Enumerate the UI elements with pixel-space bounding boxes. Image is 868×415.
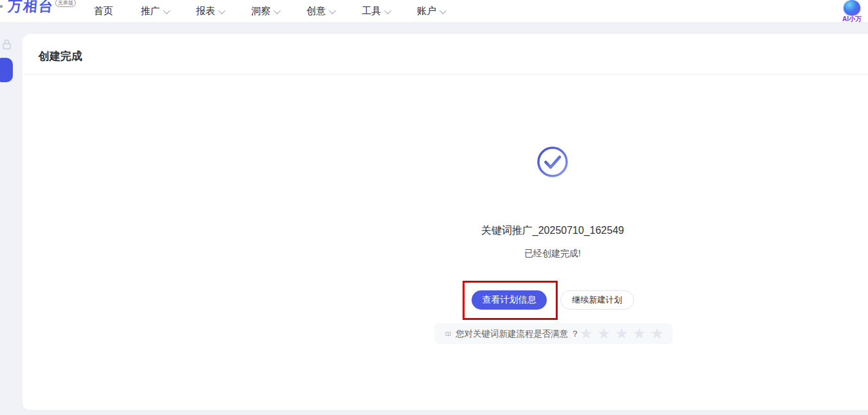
star-icon[interactable]: ★ [633,326,646,341]
nav-item-label: 账户 [417,5,436,17]
sidebar-active-tab[interactable] [0,58,13,82]
ai-assistant-label: AI小万 [839,15,865,22]
success-check-icon [536,145,569,179]
nav-item-promotion[interactable]: 推广 [141,5,168,17]
lock-icon [2,39,12,50]
nav-item-tools[interactable]: 工具 [362,5,389,17]
feedback-question: 您对关键词新建流程是否满意 ？ [456,328,580,340]
chevron-down-icon [163,6,170,13]
nav-item-creative[interactable]: 创意 [306,5,334,17]
logo-text: 万相台 [7,0,55,15]
nav-item-label: 首页 [94,5,113,17]
chevron-down-icon [439,6,447,13]
star-icon[interactable]: ★ [615,326,628,341]
nav-item-label: 创意 [306,5,326,17]
nav-item-home[interactable]: 首页 [94,5,113,17]
divider [22,74,868,75]
top-navigation-bar: 万相台 无界版 首页 推广 报表 洞察 创意 工具 账户 [0,0,868,23]
nav-item-reports[interactable]: 报表 [196,5,224,17]
cropped-edge-mark [0,5,3,8]
page-title: 创建完成 [39,49,82,64]
nav-item-insights[interactable]: 洞察 [251,5,279,17]
status-message: 已经创建完成! [392,248,713,260]
plan-name: 关键词推广_20250710_162549 [392,224,713,238]
chevron-down-icon [329,6,336,13]
star-rating: ★ ★ ★ ★ ★ [580,326,664,341]
logo-edition-badge: 无界版 [55,0,76,7]
brand-logo[interactable]: 万相台 无界版 [8,0,76,15]
chevron-down-icon [218,6,226,13]
satisfaction-feedback-bar: 您对关键词新建流程是否满意 ？ ★ ★ ★ ★ ★ [434,323,673,344]
chevron-down-icon [384,6,391,13]
chevron-down-icon [274,6,281,13]
nav-item-label: 报表 [196,5,215,17]
main-nav: 首页 推广 报表 洞察 创意 工具 账户 [94,0,445,22]
nav-item-account[interactable]: 账户 [417,5,445,17]
star-icon[interactable]: ★ [580,326,593,341]
ai-assistant-icon [844,0,860,15]
creation-complete-panel [22,34,868,410]
star-icon[interactable]: ★ [598,326,611,341]
feedback-book-icon [445,330,451,339]
view-plan-info-button[interactable]: 查看计划信息 [472,290,547,310]
nav-item-label: 工具 [362,5,381,17]
star-icon[interactable]: ★ [650,326,664,341]
nav-item-label: 推广 [141,5,160,17]
nav-item-label: 洞察 [251,5,270,17]
continue-create-plan-button[interactable]: 继续新建计划 [560,290,634,310]
ai-assistant-widget[interactable]: AI小万 [839,0,865,22]
